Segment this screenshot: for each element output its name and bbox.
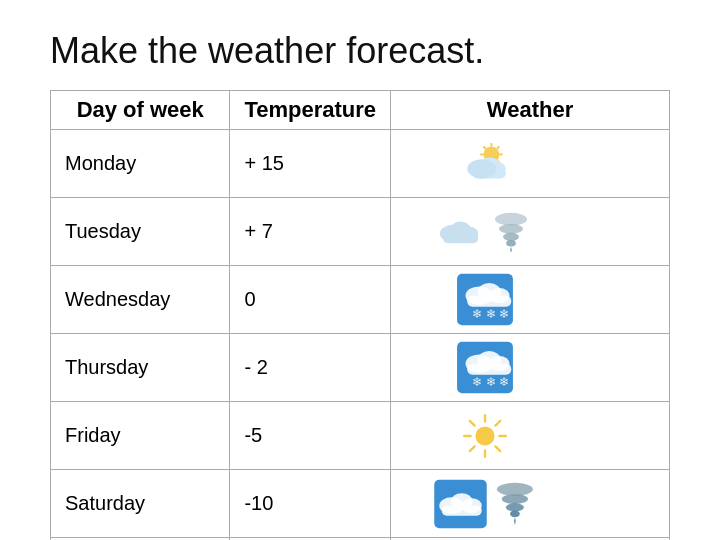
day-tuesday: Tuesday [51, 198, 230, 266]
svg-point-18 [495, 212, 527, 225]
weather-monday [391, 130, 670, 198]
table-row: Tuesday + 7 [51, 198, 670, 266]
svg-text:❄ ❄ ❄: ❄ ❄ ❄ [472, 375, 509, 389]
temp-tuesday: + 7 [230, 198, 391, 266]
svg-line-5 [483, 146, 485, 148]
weather-tuesday [391, 198, 670, 266]
svg-line-41 [495, 420, 500, 425]
page-title: Make the weather forecast. [50, 30, 484, 72]
svg-line-39 [470, 420, 475, 425]
day-friday: Friday [51, 402, 230, 470]
temp-monday: + 15 [230, 130, 391, 198]
day-saturday: Saturday [51, 470, 230, 538]
tornado2-icon [492, 479, 537, 529]
sun-icon [461, 412, 509, 460]
svg-point-50 [506, 503, 524, 511]
day-monday: Monday [51, 130, 230, 198]
svg-text:❄ ❄ ❄: ❄ ❄ ❄ [472, 307, 509, 321]
weather-wednesday: ❄ ❄ ❄ [391, 266, 670, 334]
svg-line-7 [497, 146, 499, 148]
svg-rect-26 [467, 296, 511, 307]
svg-point-51 [510, 510, 520, 517]
svg-point-34 [475, 426, 494, 445]
svg-rect-17 [443, 233, 478, 243]
table-row: Monday + 15 [51, 130, 670, 198]
svg-line-40 [495, 446, 500, 451]
temp-friday: -5 [230, 402, 391, 470]
svg-point-48 [497, 482, 533, 495]
svg-line-42 [470, 446, 475, 451]
table-row: Wednesday 0 ❄ ❄ ❄ [51, 266, 670, 334]
svg-point-13 [467, 159, 496, 178]
partly-cloudy-icon [461, 140, 509, 188]
weather-friday [391, 402, 670, 470]
svg-point-19 [499, 224, 523, 234]
table-row: Thursday - 2 ❄ ❄ ❄ [51, 334, 670, 402]
snow-cloud2-icon: ❄ ❄ ❄ [455, 340, 515, 395]
svg-rect-47 [442, 505, 482, 515]
table-row: Friday -5 [51, 402, 670, 470]
temp-saturday: -10 [230, 470, 391, 538]
svg-point-21 [506, 240, 516, 246]
svg-point-20 [503, 232, 519, 240]
svg-point-49 [502, 494, 528, 504]
day-thursday: Thursday [51, 334, 230, 402]
weather-table: Day of week Temperature Weather Monday +… [50, 90, 670, 540]
header-day: Day of week [51, 91, 230, 130]
tornado-icon [487, 208, 535, 256]
temp-thursday: - 2 [230, 334, 391, 402]
table-row: Saturday -10 [51, 470, 670, 538]
weather-thursday: ❄ ❄ ❄ [391, 334, 670, 402]
weather-saturday [391, 470, 670, 538]
day-wednesday: Wednesday [51, 266, 230, 334]
temp-wednesday: 0 [230, 266, 391, 334]
svg-rect-32 [467, 364, 511, 375]
header-temp: Temperature [230, 91, 391, 130]
cloud-blue-icon [433, 479, 488, 529]
header-weather: Weather [391, 91, 670, 130]
cloud-icon [435, 208, 483, 256]
snow-cloud-icon: ❄ ❄ ❄ [455, 272, 515, 327]
